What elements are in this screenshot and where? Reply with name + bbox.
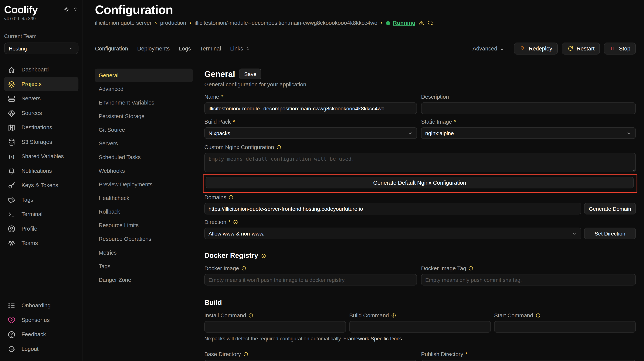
info-icon [276, 145, 282, 150]
sidebar-item-terminal[interactable]: Terminal [4, 207, 78, 221]
subnav-item-danger-zone[interactable]: Danger Zone [95, 273, 193, 287]
start-command-input[interactable] [494, 321, 636, 332]
coolify-app: Coolify v4.0.0-beta.399 Current Team Hos… [0, 0, 644, 361]
resize-handle-icon[interactable] [630, 167, 635, 171]
sidebar-item-notifications[interactable]: Notifications [4, 164, 78, 178]
build-command-input[interactable] [349, 321, 491, 332]
info-icon [241, 266, 246, 271]
publish-directory-input[interactable] [421, 360, 636, 361]
subnav-item-resource-limits[interactable]: Resource Limits [95, 218, 193, 232]
restart-button[interactable]: Restart [562, 43, 600, 55]
tab-terminal[interactable]: Terminal [200, 45, 221, 52]
subnav-item-rollback[interactable]: Rollback [95, 205, 193, 218]
resource-actions: Advanced RedeployRestartStop [472, 43, 636, 55]
domains-input[interactable] [204, 203, 581, 214]
bell-icon [7, 167, 16, 175]
subnav-item-persistent-storage[interactable]: Persistent Storage [95, 109, 193, 123]
sidebar-item-feedback[interactable]: Feedback [4, 327, 78, 342]
sidebar-item-sources[interactable]: Sources [4, 106, 78, 120]
tab-logs[interactable]: Logs [179, 45, 191, 52]
sidebar-item-destinations[interactable]: Destinations [4, 120, 78, 135]
sidebar-item-dashboard[interactable]: Dashboard [4, 62, 78, 77]
name-input[interactable] [204, 102, 417, 114]
tab-label: Links [230, 45, 243, 52]
tab-label: Deployments [137, 45, 170, 52]
subnav-item-preview-deployments[interactable]: Preview Deployments [95, 178, 193, 191]
subnav-item-advanced[interactable]: Advanced [95, 82, 193, 96]
set-direction-button[interactable]: Set Direction [584, 228, 636, 239]
subnav-item-scheduled-tasks[interactable]: Scheduled Tasks [95, 150, 193, 164]
nginx-config-textarea[interactable] [204, 153, 636, 172]
breadcrumb-item[interactable]: production [160, 20, 186, 26]
generate-domain-button[interactable]: Generate Domain [584, 203, 636, 214]
breadcrumb-item[interactable]: illicitonion quote server [95, 20, 152, 26]
server-icon [7, 94, 16, 103]
stop-button[interactable]: Stop [604, 43, 636, 55]
refresh-icon[interactable] [428, 20, 434, 26]
sidebar-item-tags[interactable]: Tags [4, 193, 78, 207]
generate-nginx-config-button[interactable]: Generate Default Nginx Configuration [206, 177, 634, 188]
description-label: Description [421, 93, 636, 100]
subnav-item-environment-variables[interactable]: Environment Variables [95, 96, 193, 109]
team-select-value: Hosting [9, 45, 27, 51]
subnav-item-resource-operations[interactable]: Resource Operations [95, 232, 193, 246]
theme-toggle-sun-icon[interactable] [63, 6, 69, 13]
sidebar-item-teams[interactable]: Teams [4, 236, 78, 250]
subnav-item-servers[interactable]: Servers [95, 137, 193, 150]
save-button[interactable]: Save [239, 69, 262, 79]
annotation-highlight-box: Generate Default Nginx Configuration [203, 174, 638, 193]
heart-icon [7, 316, 16, 324]
button-label: Restart [576, 45, 594, 52]
tab-label: Logs [179, 45, 191, 52]
description-input[interactable] [421, 102, 636, 114]
tab-links[interactable]: Links [230, 45, 250, 52]
status-dot [386, 21, 390, 25]
framework-docs-link[interactable]: Framework Specific Docs [343, 336, 402, 342]
sidebar-item-sponsor-us[interactable]: Sponsor us [4, 313, 78, 327]
sidebar-item-profile[interactable]: Profile [4, 221, 78, 236]
subnav-item-healthcheck[interactable]: Healthcheck [95, 191, 193, 205]
tab-configuration[interactable]: Configuration [95, 45, 128, 52]
install-command-input[interactable] [204, 321, 346, 332]
sidebar-item-label: Dashboard [22, 67, 49, 73]
docker-image-input[interactable] [204, 274, 417, 285]
advanced-label: Advanced [472, 45, 497, 52]
git-icon [7, 109, 16, 117]
base-directory-input[interactable] [204, 360, 417, 361]
breadcrumb-item[interactable]: illicitestonion/-module--decomposition:m… [194, 20, 377, 26]
sidebar-item-shared-variables[interactable]: (x)Shared Variables [4, 149, 78, 164]
tab-deployments[interactable]: Deployments [137, 45, 170, 52]
base-directory-label: Base Directory [204, 351, 417, 358]
static-image-select[interactable]: nginx:alpine [421, 127, 636, 139]
direction-select[interactable]: Allow www & non-www. [204, 228, 581, 239]
breadcrumb-separator: › [190, 20, 191, 26]
sidebar-item-label: Tags [22, 197, 33, 203]
sidebar-item-logout[interactable]: Logout [4, 342, 78, 356]
subnav-item-general[interactable]: General [95, 69, 193, 82]
chevron-down-icon [68, 46, 74, 51]
current-team-label: Current Team [4, 33, 78, 39]
team-select[interactable]: Hosting [4, 43, 78, 54]
sidebar-item-onboarding[interactable]: Onboarding [4, 298, 78, 313]
sidebar-item-label: Teams [22, 240, 38, 246]
build-pack-select[interactable]: Nixpacks [204, 127, 417, 139]
sidebar-item-s3-storages[interactable]: S3 Storages [4, 135, 78, 149]
sidebar-item-servers[interactable]: Servers [4, 91, 78, 106]
instance-selector-icon[interactable] [72, 6, 78, 13]
sidebar-item-projects[interactable]: Projects [4, 77, 78, 92]
docker-image-tag-input[interactable] [421, 274, 636, 285]
chevron-down-icon [407, 130, 413, 136]
redeploy-button[interactable]: Redeploy [514, 43, 558, 55]
build-note: Nixpacks will detect the required config… [204, 336, 636, 342]
status-badge[interactable]: Running [393, 20, 416, 26]
sidebar-item-keys-tokens[interactable]: Keys & Tokens [4, 178, 78, 193]
section-subtitle: General configuration for your applicati… [204, 82, 636, 88]
subnav-item-tags[interactable]: Tags [95, 259, 193, 273]
page-title: Configuration [95, 3, 636, 18]
advanced-dropdown[interactable]: Advanced [472, 45, 504, 52]
subnav-item-git-source[interactable]: Git Source [95, 123, 193, 137]
sidebar-item-label: Sponsor us [22, 317, 50, 323]
subnav-item-metrics[interactable]: Metrics [95, 246, 193, 259]
subnav-item-webhooks[interactable]: Webhooks [95, 164, 193, 178]
sidebar-item-label: Keys & Tokens [22, 182, 58, 188]
